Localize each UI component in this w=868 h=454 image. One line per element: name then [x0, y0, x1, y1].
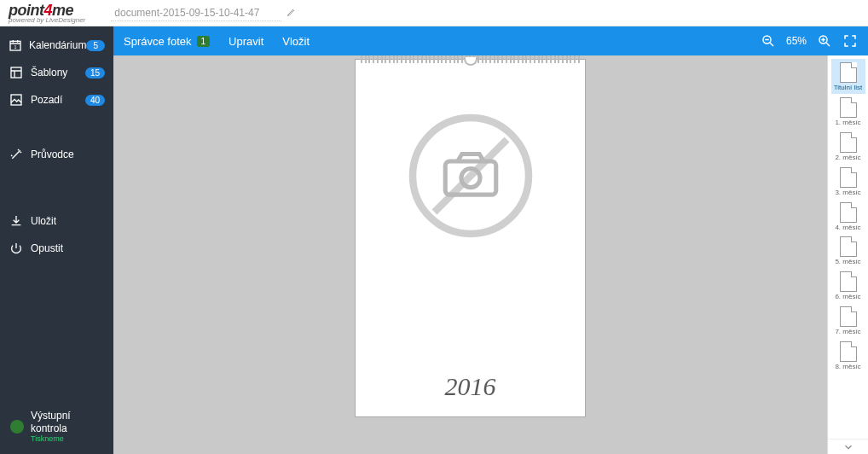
document-name-input[interactable]: document-2015-09-15-10-41-47 — [111, 5, 281, 21]
toolbar-photos[interactable]: Správce fotek 1 — [124, 35, 210, 48]
page-icon — [840, 62, 857, 83]
zoom-out-icon[interactable] — [761, 33, 776, 49]
page-icon — [840, 132, 857, 153]
sidebar-item-label: Pozadí — [31, 94, 85, 106]
app-logo: point4me powered by LiveDesigner — [9, 3, 85, 24]
page-thumb-label: 1. měsíc — [835, 119, 860, 127]
fullscreen-icon[interactable] — [842, 33, 858, 49]
page-icon — [840, 167, 857, 188]
calendar-page[interactable]: 2016 — [355, 59, 586, 417]
sidebar-item-label: Průvodce — [31, 148, 105, 160]
sidebar-badge: 40 — [85, 95, 105, 106]
sidebar-badge: 15 — [85, 67, 105, 79]
logo-subtext: powered by LiveDesigner — [9, 17, 85, 24]
page-icon — [840, 306, 857, 327]
download-icon — [9, 213, 24, 229]
toolbar-edit[interactable]: Upravit — [229, 35, 263, 48]
sidebar-item-pozadi[interactable]: Pozadí 40 — [0, 86, 113, 114]
page-thumb[interactable]: 5. měsíc — [831, 233, 865, 268]
page-thumb-label: 7. měsíc — [835, 329, 860, 336]
page-thumb[interactable]: 3. měsíc — [831, 164, 865, 199]
page-thumb[interactable]: 2. měsíc — [831, 129, 865, 164]
svg-text:1: 1 — [14, 44, 17, 49]
footer-title: Výstupní kontrola — [31, 410, 103, 434]
chevron-down-icon[interactable] — [828, 439, 868, 454]
page-icon — [840, 202, 857, 223]
sidebar-item-label: Opustit — [31, 242, 105, 254]
template-icon — [9, 65, 24, 80]
wand-icon — [9, 147, 24, 162]
footer-sub: Tiskneme — [31, 434, 103, 444]
page-panel: Titulní list1. měsíc2. měsíc3. měsíc4. m… — [827, 55, 868, 454]
page-thumb[interactable]: 6. měsíc — [831, 268, 865, 303]
status-dot-icon — [10, 420, 24, 434]
page-thumb[interactable]: 7. měsíc — [831, 303, 865, 338]
calendar-year: 2016 — [356, 372, 585, 401]
power-icon — [9, 241, 24, 256]
pencil-icon[interactable] — [286, 7, 297, 19]
page-thumb[interactable]: 4. měsíc — [831, 199, 865, 234]
sidebar-item-save[interactable]: Uložit — [0, 207, 113, 235]
page-thumb[interactable]: Titulní list — [831, 59, 865, 94]
page-thumb[interactable]: 1. měsíc — [831, 94, 865, 129]
page-thumb-label: 4. měsíc — [835, 224, 860, 232]
page-thumb-label: Titulní list — [834, 84, 863, 92]
zoom-in-icon[interactable] — [817, 33, 832, 49]
editor-canvas[interactable]: 2016 — [113, 55, 827, 454]
background-icon — [9, 92, 24, 108]
sidebar-item-quit[interactable]: Opustit — [0, 235, 113, 262]
sidebar-item-label: Šablony — [31, 67, 85, 79]
sidebar: 1 Kalendárium 5 Šablony 15 Pozadí 40 — [0, 26, 113, 454]
toolbar-insert[interactable]: Vložit — [282, 35, 310, 48]
page-thumb-label: 2. měsíc — [835, 154, 860, 162]
sidebar-item-wizard[interactable]: Průvodce — [0, 141, 113, 168]
photos-badge: 1 — [197, 36, 211, 47]
zoom-level: 65% — [786, 35, 807, 47]
page-icon — [840, 341, 857, 362]
page-thumb[interactable]: 8. měsíc — [831, 338, 865, 373]
page-thumb-label: 3. měsíc — [835, 189, 860, 197]
svg-rect-2 — [11, 67, 21, 78]
sidebar-item-sablony[interactable]: Šablony 15 — [0, 59, 113, 86]
calendar-icon: 1 — [9, 38, 22, 53]
sidebar-item-label: Kalendárium — [29, 39, 86, 51]
page-icon — [840, 271, 857, 292]
sidebar-badge: 5 — [86, 40, 105, 51]
page-icon — [840, 236, 857, 257]
page-icon — [840, 97, 857, 118]
page-thumb-label: 8. měsíc — [835, 364, 860, 371]
editor-toolbar: Správce fotek 1 Upravit Vložit 65% — [113, 26, 868, 55]
svg-rect-3 — [11, 95, 21, 105]
sidebar-footer-status[interactable]: Výstupní kontrola Tiskneme — [0, 399, 113, 454]
top-bar: point4me powered by LiveDesigner documen… — [0, 0, 868, 26]
sidebar-item-label: Uložit — [31, 215, 105, 227]
image-placeholder-icon — [398, 103, 543, 251]
sidebar-item-kalendarium[interactable]: 1 Kalendárium 5 — [0, 32, 113, 59]
logo-text: point4me — [9, 3, 85, 18]
page-thumb-label: 5. měsíc — [835, 259, 860, 266]
page-thumb-label: 6. měsíc — [835, 294, 860, 301]
